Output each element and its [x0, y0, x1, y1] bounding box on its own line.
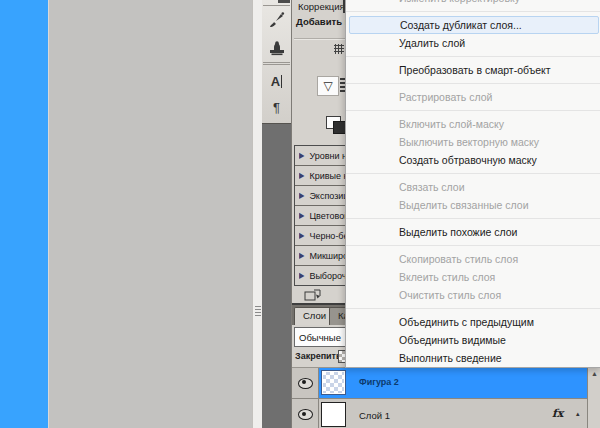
menu-item-select-linked-layers: Выделить связанные слои — [346, 196, 600, 214]
blend-mode-value: Обычные — [299, 332, 341, 343]
menu-separator — [346, 52, 600, 61]
menu-item-clear-layer-style: Очистить стиль слоя — [346, 286, 600, 304]
menu-separator — [346, 214, 600, 223]
preset-label: Цветовой — [309, 211, 349, 221]
cropped-icon-fragment — [278, 0, 290, 3]
expander-triangle-icon[interactable]: ▶ — [299, 211, 304, 220]
adjustment-icon-fragment[interactable] — [334, 44, 344, 54]
layer-thumbnail-white[interactable] — [321, 402, 346, 427]
menu-item-convert-smart-object[interactable]: Преобразовать в смарт-объект — [346, 61, 600, 79]
preset-label: Микширо — [309, 251, 348, 261]
brush-panel-icon[interactable] — [265, 8, 288, 31]
visibility-cell[interactable] — [292, 399, 319, 428]
menu-item-link-layers: Связать слои — [346, 178, 600, 196]
expander-triangle-icon[interactable]: ▶ — [299, 271, 304, 280]
menu-separator — [346, 241, 600, 250]
menu-item-disable-vector-mask: Выключить векторную маску — [346, 133, 600, 151]
menu-item-edit-adjustment: Изменить корректировку — [346, 0, 600, 7]
character-glyph: A — [271, 74, 280, 89]
menu-item-enable-layer-mask: Включить слой-маску — [346, 115, 600, 133]
layer-row-figura2[interactable]: Фигура 2 — [292, 368, 600, 398]
gradient-glyph: ▽ — [323, 79, 332, 93]
layer-name: Слой 1 — [359, 410, 390, 421]
blue-fill-region — [0, 0, 49, 428]
menu-item-delete-layer[interactable]: Удалить слой — [346, 34, 600, 52]
character-panel-icon[interactable]: A — [265, 70, 288, 93]
splitter-grip-icon — [255, 306, 261, 317]
text-caret-icon — [281, 75, 282, 88]
clone-source-icon[interactable] — [265, 35, 288, 58]
menu-item-merge-down[interactable]: Объединить с предыдущим — [346, 313, 600, 331]
layer-fx-badge[interactable]: fx — [552, 407, 563, 420]
menu-item-create-clipping-mask[interactable]: Создать обтравочную маску — [346, 151, 600, 169]
menu-item-rasterize-layer: Растрировать слой — [346, 88, 600, 106]
expander-triangle-icon[interactable]: ▶ — [299, 171, 304, 180]
eye-icon[interactable] — [298, 409, 313, 420]
layers-scrollbar[interactable]: ▲ — [587, 368, 600, 428]
expander-triangle-icon[interactable]: ▶ — [299, 251, 304, 260]
menu-item-paste-layer-style: Вклеить стиль слоя — [346, 268, 600, 286]
paragraph-glyph: ¶ — [273, 100, 280, 115]
collapsed-panel-dock: A ¶ — [262, 0, 291, 428]
menu-separator — [346, 304, 600, 313]
dock-divider — [263, 62, 290, 63]
scroll-up-icon[interactable]: ▲ — [591, 370, 598, 377]
photoshop-workspace: A ¶ Коррекция Добавить корр ▽ ▶ Уровни н… — [0, 0, 600, 428]
canvas-area — [49, 0, 252, 428]
menu-item-merge-visible[interactable]: Объединить видимые — [346, 331, 600, 349]
preset-label: Экспозиц — [309, 191, 348, 201]
fx-collapse-icon[interactable]: ▴ — [576, 410, 580, 418]
expander-triangle-icon[interactable]: ▶ — [299, 191, 304, 200]
paragraph-panel-icon[interactable]: ¶ — [265, 96, 288, 119]
gradient-adjustment-icon[interactable]: ▽ — [317, 76, 339, 96]
layer-thumbnail-transparent[interactable] — [321, 370, 346, 395]
expanded-view-icon[interactable] — [304, 288, 322, 302]
menu-item-duplicate-layer[interactable]: Создать дубликат слоя... — [349, 16, 599, 34]
expander-triangle-icon[interactable]: ▶ — [299, 151, 304, 160]
layers-list: Фигура 2 Слой 1 fx ▴ ▲ — [292, 367, 600, 428]
layer-row-sloy1[interactable]: Слой 1 fx ▴ — [292, 398, 600, 428]
eye-icon[interactable] — [298, 378, 313, 389]
dock-icon-strip: A ¶ — [262, 0, 291, 124]
dock-divider — [263, 64, 290, 65]
menu-item-select-similar-layers[interactable]: Выделить похожие слои — [346, 223, 600, 241]
menu-separator — [346, 106, 600, 115]
menu-item-flatten-image[interactable]: Выполнить сведение — [346, 349, 600, 367]
menu-item-copy-layer-style: Скопировать стиль слоя — [346, 250, 600, 268]
menu-separator — [346, 7, 600, 16]
layer-name: Фигура 2 — [359, 377, 399, 387]
expander-triangle-icon[interactable]: ▶ — [299, 231, 304, 240]
visibility-cell[interactable] — [292, 368, 319, 398]
dock-divider — [263, 5, 290, 6]
menu-separator — [346, 79, 600, 88]
menu-separator — [346, 169, 600, 178]
layer-context-menu: Изменить корректировку Создать дубликат … — [345, 0, 600, 368]
